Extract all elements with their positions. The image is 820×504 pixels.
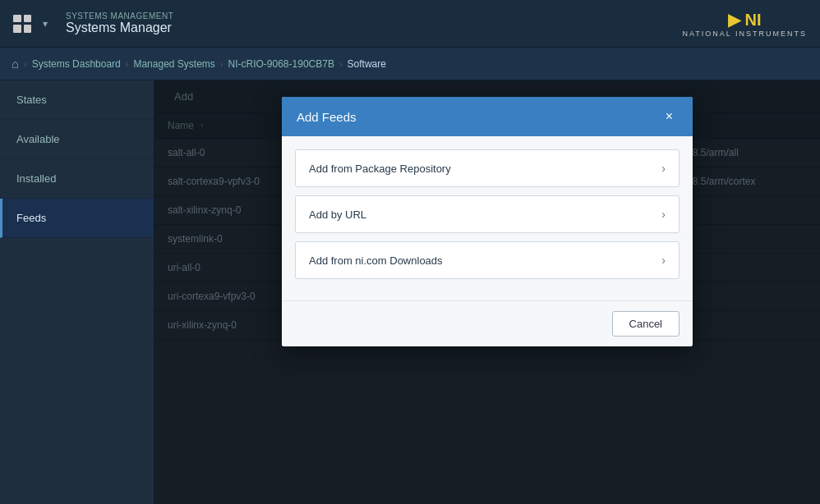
option-package-repo-label: Add from Package Repository <box>309 163 451 175</box>
header-left: ▾ Systems Management Systems Manager <box>13 11 173 35</box>
option-by-url-arrow: › <box>661 208 666 221</box>
sidebar-item-available[interactable]: Available <box>0 120 154 159</box>
modal-overlay: Add Feeds × Add from Package Repository … <box>154 80 820 504</box>
apps-icon[interactable] <box>13 15 31 33</box>
breadcrumb-sep-2: › <box>220 59 223 69</box>
option-package-repo-arrow: › <box>661 162 666 175</box>
ni-logo-text: NATIONAL INSTRUMENTS <box>682 30 807 38</box>
breadcrumb-device[interactable]: NI-cRIO-9068-190CB7B <box>228 58 334 70</box>
breadcrumb-sep-3: › <box>339 59 343 69</box>
ni-logo-container: ▶ NI NATIONAL INSTRUMENTS <box>682 10 807 38</box>
header-subtitle: Systems Management <box>66 11 173 21</box>
breadcrumb-software[interactable]: Software <box>348 58 386 70</box>
breadcrumb-sep-0: › <box>24 59 27 69</box>
modal-body: Add from Package Repository › Add by URL… <box>282 136 693 300</box>
sidebar: States Available Installed Feeds <box>0 80 154 504</box>
add-feeds-modal: Add Feeds × Add from Package Repository … <box>282 97 693 346</box>
modal-header: Add Feeds × <box>282 97 693 136</box>
modal-title: Add Feeds <box>297 110 357 124</box>
grid-cell-4 <box>24 25 32 33</box>
top-header: ▾ Systems Management Systems Manager ▶ N… <box>0 0 820 48</box>
modal-option-ni-downloads[interactable]: Add from ni.com Downloads › <box>295 241 679 279</box>
option-ni-downloads-label: Add from ni.com Downloads <box>309 254 443 267</box>
modal-option-by-url[interactable]: Add by URL › <box>295 195 679 233</box>
breadcrumb: ⌂ › Systems Dashboard › Managed Systems … <box>0 48 820 80</box>
breadcrumb-sep-1: › <box>126 59 129 69</box>
sidebar-item-feeds[interactable]: Feeds <box>0 199 154 238</box>
grid-cell-3 <box>13 25 21 33</box>
modal-close-button[interactable]: × <box>661 108 678 125</box>
modal-footer: Cancel <box>282 300 693 346</box>
grid-cell-2 <box>24 15 32 23</box>
header-title: Systems Management Systems Manager <box>66 11 173 35</box>
option-ni-downloads-arrow: › <box>661 254 666 267</box>
option-by-url-label: Add by URL <box>309 208 366 221</box>
ni-logo: ▶ NI NATIONAL INSTRUMENTS <box>682 10 807 38</box>
app-dropdown-button[interactable]: ▾ <box>39 18 51 30</box>
breadcrumb-managed-systems[interactable]: Managed Systems <box>133 58 214 70</box>
main-layout: States Available Installed Feeds Add Nam… <box>0 80 820 504</box>
breadcrumb-home[interactable]: ⌂ <box>12 57 19 71</box>
modal-option-package-repo[interactable]: Add from Package Repository › <box>295 149 679 187</box>
ni-logo-icon: ▶ NI <box>728 10 762 30</box>
sidebar-item-installed[interactable]: Installed <box>0 159 154 199</box>
sidebar-item-states[interactable]: States <box>0 80 154 120</box>
breadcrumb-systems-dashboard[interactable]: Systems Dashboard <box>32 58 121 70</box>
content-area: Add Name ↑ URL ↑ salt-all-0 https://down… <box>154 80 820 504</box>
grid-cell-1 <box>13 15 21 23</box>
cancel-button[interactable]: Cancel <box>612 311 679 337</box>
header-main-title: Systems Manager <box>66 21 173 35</box>
